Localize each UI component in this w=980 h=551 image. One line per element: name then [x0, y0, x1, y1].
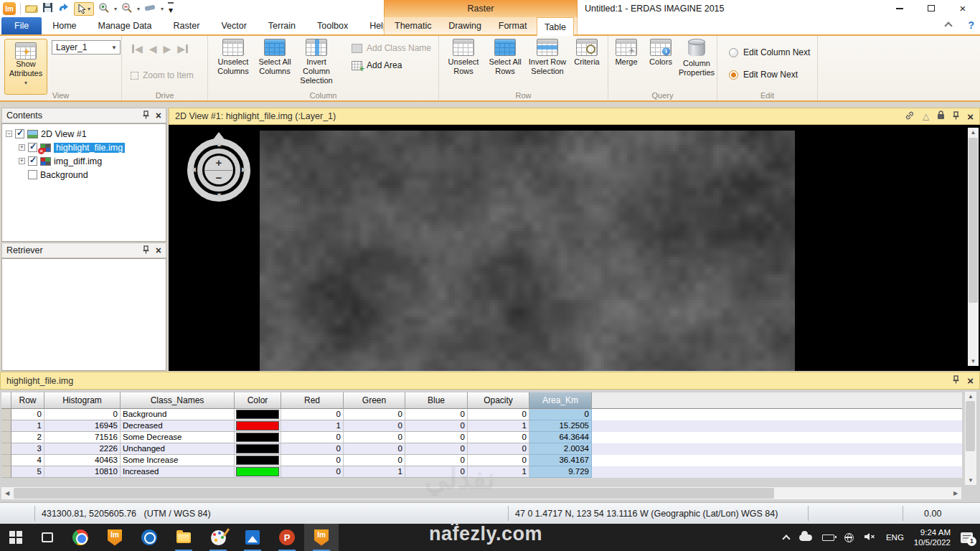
taskbar-file-explorer[interactable]: [166, 524, 201, 551]
invert-row-selection-button[interactable]: Invert Row Selection: [527, 39, 568, 76]
raster-image[interactable]: [260, 131, 795, 371]
merge-button[interactable]: Merge: [610, 39, 643, 67]
pin-icon[interactable]: [143, 110, 149, 121]
row-selector[interactable]: [1, 420, 11, 432]
cell-area-km[interactable]: 0: [529, 409, 592, 420]
cell-class-name[interactable]: Decreased: [121, 420, 235, 432]
customize-toolbar-icon[interactable]: ▾: [168, 2, 174, 15]
cell-color[interactable]: [235, 409, 281, 420]
tab-vector[interactable]: Vector: [210, 17, 257, 34]
task-view-button[interactable]: [32, 524, 63, 551]
minimize-button[interactable]: [884, 0, 915, 17]
taskbar-paint[interactable]: [201, 524, 235, 551]
cell-color[interactable]: [235, 455, 281, 466]
row-selector[interactable]: [1, 443, 11, 455]
column-header-histogram[interactable]: Histogram: [44, 392, 121, 409]
cell-area-km[interactable]: 64.3644: [529, 432, 592, 443]
tab-table[interactable]: Table: [537, 17, 574, 36]
save-icon[interactable]: [42, 2, 53, 15]
language-indicator[interactable]: ENG: [886, 533, 904, 542]
pointer-tool-button[interactable]: ▾: [74, 2, 94, 16]
tab-file[interactable]: File: [1, 17, 42, 34]
compass-zoom-control[interactable]: + −: [204, 156, 233, 184]
cell-histogram[interactable]: 2226: [44, 443, 121, 455]
maximize-button[interactable]: [915, 0, 947, 17]
triangle-icon[interactable]: △: [923, 111, 929, 121]
checkbox-2d-view[interactable]: [15, 129, 24, 138]
close-icon[interactable]: ×: [156, 110, 161, 121]
cell-opacity[interactable]: 1: [468, 420, 529, 432]
volume-muted-icon[interactable]: [864, 532, 876, 543]
cell-blue[interactable]: 0: [405, 432, 468, 443]
cell-histogram[interactable]: 0: [44, 409, 121, 420]
chevron-down-icon[interactable]: ▾: [137, 6, 140, 12]
tab-thematic[interactable]: Thematic: [387, 17, 438, 34]
scroll-up-icon[interactable]: ▲: [968, 129, 979, 136]
cell-green[interactable]: 0: [344, 455, 405, 466]
cell-row[interactable]: 5: [11, 466, 44, 478]
chevron-down-icon[interactable]: ▾: [88, 6, 90, 12]
chevron-down-icon[interactable]: ▼: [108, 44, 120, 51]
onedrive-icon[interactable]: [799, 534, 812, 541]
edit-column-next-radio[interactable]: Edit Column Next: [729, 47, 810, 57]
select-all-rows-button[interactable]: Select All Rows: [485, 39, 525, 76]
cell-red[interactable]: 0: [281, 409, 344, 420]
zoom-out-icon[interactable]: [121, 2, 133, 16]
pin-icon[interactable]: [953, 375, 959, 386]
collapse-icon[interactable]: −: [6, 131, 12, 137]
cell-red[interactable]: 0: [281, 466, 344, 478]
tray-chevron-up-icon[interactable]: [782, 534, 790, 542]
tab-raster[interactable]: Raster: [163, 17, 211, 34]
close-icon[interactable]: ×: [967, 375, 974, 387]
cell-row[interactable]: 2: [11, 432, 44, 443]
lock-icon[interactable]: [937, 110, 945, 122]
row-selector[interactable]: [1, 432, 11, 443]
taskbar-powerpoint[interactable]: P: [270, 524, 304, 551]
battery-icon[interactable]: [822, 534, 834, 541]
column-properties-button[interactable]: Column Properties: [677, 39, 716, 77]
tree-item-background[interactable]: Background: [2, 168, 166, 182]
row-selector[interactable]: [1, 455, 11, 466]
expand-icon[interactable]: +: [19, 158, 25, 164]
checkbox-background[interactable]: [28, 170, 37, 179]
help-icon[interactable]: ?: [968, 19, 974, 31]
column-header-row[interactable]: Row: [11, 392, 44, 409]
cell-color[interactable]: [235, 443, 281, 455]
navigation-compass[interactable]: ▲ ◀ ▶ ▼ + −: [185, 132, 253, 204]
cell-row[interactable]: 1: [11, 420, 44, 432]
cell-row[interactable]: 4: [11, 455, 44, 466]
add-area-button[interactable]: Add Area: [352, 60, 402, 70]
close-button[interactable]: ×: [947, 0, 979, 17]
taskbar-erdas-imagine[interactable]: Im: [98, 524, 132, 551]
column-header-class_names[interactable]: Class_Names: [121, 392, 235, 409]
scroll-up-icon[interactable]: ▲: [965, 393, 976, 400]
next-item-icon[interactable]: ▶: [164, 43, 171, 55]
cell-area-km[interactable]: 2.0034: [529, 443, 592, 455]
edit-row-next-radio[interactable]: Edit Row Next: [729, 70, 798, 80]
undo-icon[interactable]: [57, 3, 70, 15]
colors-button[interactable]: Colors: [644, 39, 677, 67]
cell-red[interactable]: 0: [281, 455, 344, 466]
column-header-red[interactable]: Red: [281, 392, 344, 409]
scrollbar-thumb[interactable]: [14, 488, 774, 499]
cell-opacity[interactable]: 0: [468, 409, 529, 420]
column-header-color[interactable]: Color: [235, 392, 281, 409]
scroll-down-icon[interactable]: ▼: [968, 358, 979, 364]
cell-red[interactable]: 1: [281, 420, 344, 432]
scrollbar-thumb[interactable]: [969, 138, 978, 303]
tab-toolbox[interactable]: Toolbox: [306, 17, 359, 34]
compass-zoom-in-button[interactable]: +: [204, 156, 233, 171]
expand-icon[interactable]: +: [19, 144, 25, 151]
cell-area-km[interactable]: 9.729: [529, 466, 592, 478]
last-item-icon[interactable]: ▶: [177, 43, 188, 55]
tab-terrain[interactable]: Terrain: [258, 17, 306, 34]
tree-item-2d-view[interactable]: − 2D View #1: [2, 127, 166, 141]
network-globe-icon[interactable]: [844, 533, 854, 542]
chevron-down-icon[interactable]: ▾: [161, 6, 164, 12]
table-vertical-scrollbar[interactable]: ▲ ▼: [965, 392, 976, 485]
scroll-right-icon[interactable]: ▶: [950, 487, 961, 499]
pin-icon[interactable]: [143, 245, 149, 256]
cell-blue[interactable]: 0: [405, 443, 468, 455]
layer-select[interactable]: Layer_1 ▼: [52, 40, 121, 55]
pan-right-icon[interactable]: ▶: [242, 166, 247, 173]
